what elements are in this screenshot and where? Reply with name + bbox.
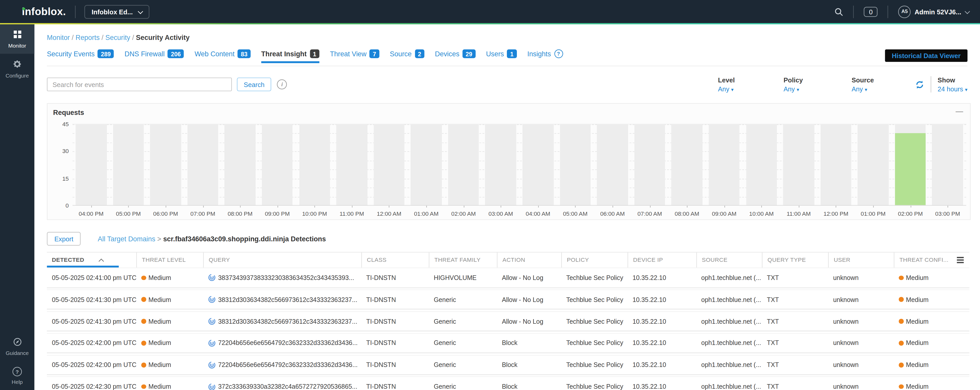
user-menu[interactable]: A5 Admin 52VJ6... [898,5,969,18]
cell-user: unknown [828,340,894,347]
threat-insight-icon [208,318,215,325]
column-header-source[interactable]: SOURCE [696,253,762,268]
threat-level-dot [141,341,146,345]
table-row[interactable]: 05-05-2025 02:41:30 pm UTCMedium38312d30… [47,290,969,310]
sidebar-item-help[interactable]: ? Help [0,361,34,390]
breadcrumb-link-monitor[interactable]: Monitor [47,34,70,41]
x-tick [426,206,427,207]
sidebar-item-monitor[interactable]: Monitor [0,24,34,54]
table-row[interactable]: 05-05-2025 02:42:00 pm UTCMedium72204b65… [47,355,969,375]
tab-source[interactable]: Source2 [390,49,425,63]
y-axis-label: 0 [52,202,69,209]
historical-data-viewer-button[interactable]: Historical Data Viewer [885,49,967,62]
column-header-class[interactable]: CLASS [361,253,429,268]
show-filter-dropdown[interactable]: 24 hours ▾ [937,85,967,92]
app-switcher-dropdown[interactable]: Infoblox Ed... [84,5,150,18]
all-target-domains-link[interactable]: All Target Domains [98,235,155,242]
tab-threat-insight[interactable]: Threat Insight1 [261,49,319,63]
collapse-icon[interactable]: — [956,107,963,116]
info-icon[interactable]: i [277,79,287,89]
tab-devices[interactable]: Devices29 [435,49,476,63]
cell-action: Block [497,384,562,390]
table-row[interactable]: 05-05-2025 02:42:30 pm UTCMedium372c3336… [47,377,969,390]
threat-insight-icon [208,296,215,303]
avatar: A5 [898,5,911,18]
tab-dns-firewall[interactable]: DNS Firewall206 [125,49,184,63]
hour-band [634,124,665,206]
search-input[interactable] [47,78,232,91]
tab-label: Source [390,50,412,57]
tab-label: Web Content [194,50,234,57]
source-filter-label: Source [851,76,874,84]
tab-users[interactable]: Users1 [486,49,517,63]
grid-icon [13,30,21,40]
column-header-query_type[interactable]: QUERY TYPE [762,253,828,268]
cell-user: unknown [828,296,894,303]
hour-band [671,124,702,206]
tab-label: Insights [527,50,551,57]
cell-source: oph1.techblue.net (... [696,340,762,347]
refresh-icon[interactable] [915,80,924,89]
column-header-family[interactable]: THREAT FAMILY [429,253,497,268]
detections-toolbar: Export All Target Domains > scr.fbaf3460… [47,232,967,246]
column-header-query[interactable]: QUERY [203,253,361,268]
cell-confidence: Medium [894,340,951,347]
tab-web-content[interactable]: Web Content83 [194,49,250,63]
cell-class: TI-DNSTN [361,384,429,390]
column-header-policy[interactable]: POLICY [561,253,627,268]
table-row[interactable]: 05-05-2025 02:42:00 pm UTCMedium72204b65… [47,333,969,353]
help-icon[interactable]: ? [554,49,563,58]
cell-query_type: TXT [762,340,828,347]
x-axis-label: 08:00 PM [221,211,259,217]
breadcrumb-link-security[interactable]: Security [105,34,130,41]
x-tick [352,206,352,207]
notification-counter[interactable]: 0 [864,6,878,17]
tab-insights[interactable]: Insights? [527,49,563,63]
sidebar-item-guidance[interactable]: Guidance [0,332,34,361]
cell-user: unknown [828,274,894,281]
question-icon: ? [13,367,22,376]
user-name: Admin 52VJ6... [915,8,961,15]
table-row[interactable]: 05-05-2025 02:41:00 pm UTCMedium38373439… [47,267,969,288]
cell-query: 72204b656e6e6564792c3632332d33362d3436..… [203,361,361,369]
x-tick [799,206,799,207]
cell-class: TI-DNSTN [361,318,429,325]
column-header-action[interactable]: ACTION [497,253,562,268]
tab-security-events[interactable]: Security Events289 [47,49,114,63]
cell-family: Generic [429,361,497,369]
cell-query: 38312d303634382c566973612c343332363237..… [203,318,361,325]
bar-02:00 PM[interactable] [895,133,926,205]
tab-count-badge: 29 [463,49,476,58]
column-header-detected[interactable]: DETECTED [47,253,136,268]
app-switcher-label: Infoblox Ed... [92,8,133,15]
column-header-device_ip[interactable]: DEVICE IP [627,253,696,268]
column-header-label: DETECTED [52,257,84,263]
column-settings-icon[interactable] [951,253,969,268]
column-header-user[interactable]: USER [828,253,894,268]
policy-filter: Policy Any ▾ [783,76,803,92]
tab-threat-view[interactable]: Threat View7 [330,49,379,63]
search-button[interactable]: Search [237,78,272,91]
breadcrumb-link-reports[interactable]: Reports [75,34,100,41]
cell-user: unknown [828,361,894,369]
sidebar-item-configure[interactable]: Configure [0,54,34,84]
hour-band [187,124,218,206]
column-header-level[interactable]: THREAT LEVEL [136,253,203,268]
cell-policy: Techblue Sec Policy [561,340,627,347]
cell-level: Medium [136,274,203,281]
cell-query_type: TXT [762,274,828,281]
breadcrumb-separator: / [132,34,136,41]
table-row[interactable]: 05-05-2025 02:41:30 pm UTCMedium38312d30… [47,311,969,331]
source-filter-dropdown[interactable]: Any ▾ [851,85,874,92]
x-tick [724,206,725,207]
column-header-confidence[interactable]: THREAT CONFI... [894,253,951,268]
policy-filter-dropdown[interactable]: Any ▾ [783,85,803,92]
search-icon[interactable] [835,7,843,16]
cell-source: oph1.techblue.net (... [696,384,762,390]
cell-family: Generic [429,318,497,325]
hamburger-icon [957,256,964,264]
level-filter-dropdown[interactable]: Any ▾ [718,85,735,92]
x-axis-label: 02:00 AM [445,211,482,217]
export-button[interactable]: Export [47,232,81,246]
source-filter: Source Any ▾ [851,76,874,92]
